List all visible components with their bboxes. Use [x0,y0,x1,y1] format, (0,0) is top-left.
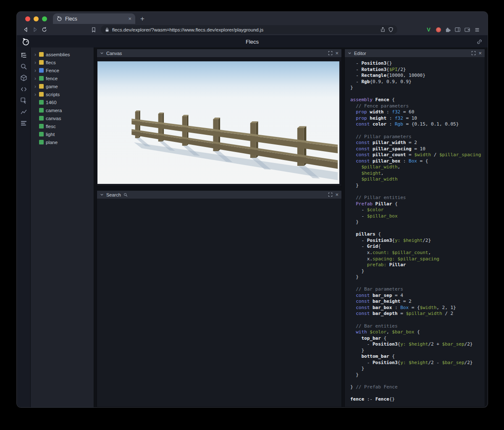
collapse-chevron-icon[interactable] [348,51,352,55]
code-line: $pillar_width [350,176,485,183]
collapse-chevron-icon[interactable] [100,193,104,197]
tree-item[interactable]: ›Fence [31,66,94,74]
extension-red-icon[interactable] [433,25,443,34]
code-line: bottom_bar { [350,354,485,360]
tree-item[interactable]: ›flecs [31,58,94,66]
tree-item[interactable]: ›fence [31,74,94,82]
stats-chart-icon[interactable] [20,108,27,115]
close-panel-icon[interactable]: × [335,192,339,197]
wallet-icon[interactable] [462,25,472,34]
tree-item[interactable]: ›scripts [31,90,94,98]
extension-v-icon[interactable]: V [424,25,433,34]
tree-item[interactable]: canvas [31,114,94,122]
tree-item[interactable]: plane [31,138,94,146]
search-panel-body[interactable] [97,199,341,407]
entity-label: flesc [46,124,56,129]
back-button[interactable] [21,25,30,34]
code-line: Prefab Pillar { [350,201,485,207]
expand-chevron-icon[interactable]: › [34,60,37,65]
menu-icon[interactable] [472,25,482,34]
code-line: $height, [350,170,485,177]
entity-hierarchy-icon[interactable] [20,51,27,59]
shield-icon[interactable] [388,27,394,32]
expand-chevron-icon[interactable]: › [34,84,37,89]
share-icon[interactable] [380,27,386,32]
canvas-panel-header[interactable]: Canvas × [97,49,341,57]
panel-title: Search [106,192,121,197]
reload-button[interactable] [39,25,49,34]
page-title: Flecs [17,39,488,45]
code-line: } [350,219,485,225]
forward-button[interactable] [30,25,39,34]
sidebar-toggle-icon[interactable] [453,25,462,34]
code-line: } // Prefab Fence [350,384,485,391]
tree-item[interactable]: ›game [31,82,94,90]
code-line: $pillar_width, [350,164,485,170]
browser-tab[interactable]: Flecs × [53,13,135,24]
expand-panel-icon[interactable] [471,51,476,55]
permalink-icon[interactable] [476,39,483,45]
tree-item[interactable]: flesc [31,122,94,130]
expand-chevron-icon[interactable]: › [34,76,37,81]
expand-chevron-icon[interactable]: › [34,92,37,97]
search-panel-header[interactable]: Search × [97,191,341,199]
code-line: assembly Fence { [350,97,485,103]
code-line: } [350,268,485,275]
expand-chevron-icon[interactable]: › [34,52,37,57]
script-code-icon[interactable] [20,85,27,93]
tree-item[interactable]: camera [31,106,94,114]
code-line: } [350,274,485,281]
code-line: const pillar_spacing = 10 [350,146,485,152]
app-body: ›assemblies›flecs›Fence›fence›game›scrip… [17,47,488,407]
close-panel-icon[interactable]: × [335,50,339,56]
tree-item[interactable]: ›assemblies [31,50,94,58]
panel-title: Canvas [106,51,122,56]
code-line [350,91,485,97]
extensions-puzzle-icon[interactable] [443,25,453,34]
query-search-icon[interactable] [20,63,27,70]
icon-rail [17,47,31,407]
code-line: - Position3{} [350,60,485,67]
tree-item[interactable]: 1460 [31,98,94,106]
3d-canvas-viewport[interactable] [97,61,339,184]
code-line: - Position3{y: $height/2} [350,238,485,244]
search-panel: Search × [97,190,342,407]
collapse-chevron-icon[interactable] [100,51,104,55]
entity-kind-swatch [39,116,44,121]
close-panel-icon[interactable]: × [478,50,482,56]
entity-label: Fence [46,68,59,73]
tab-title: Flecs [65,16,125,22]
zoom-window-button[interactable] [42,16,47,21]
tab-close-icon[interactable]: × [128,16,131,21]
v-letter: V [427,26,430,33]
entities-cube-icon[interactable] [20,74,27,81]
tables-rows-icon[interactable] [20,119,27,127]
code-line: - Grid{ [350,244,485,250]
code-editor-content[interactable]: - Position3{} - Rotation3{$PI/2} - Recta… [345,57,485,407]
expand-panel-icon[interactable] [328,192,333,197]
editor-panel-header[interactable]: Editor × [345,49,485,57]
entity-label: 1460 [46,100,57,105]
code-line: top_bar { [350,336,485,342]
code-line: prop width : f32 = 60 [350,109,485,115]
code-line: const color : Rgb = {0.15, 0.1, 0.05} [350,121,485,128]
expand-chevron-icon[interactable]: › [34,68,37,73]
entity-kind-swatch [39,68,44,73]
code-line: - Rotation3{$PI/2} [350,67,485,73]
new-tab-button[interactable]: + [140,15,144,22]
code-line: - $color [350,207,485,213]
inspect-cursor-icon[interactable] [20,97,27,104]
bookmark-icon[interactable] [89,25,98,34]
entity-tree: ›assemblies›flecs›Fence›fence›game›scrip… [31,47,94,407]
tree-item[interactable]: light [31,130,94,138]
expand-panel-icon[interactable] [328,51,333,55]
code-line: const bar_sep = 4 [350,293,485,299]
fence-3d-render [97,61,339,184]
code-line: const bar_height = 2 [350,299,485,305]
minimize-window-button[interactable] [34,16,39,21]
entity-kind-swatch [39,84,44,89]
entity-kind-swatch [39,140,44,144]
close-window-button[interactable] [25,16,30,21]
code-line: - Position3{y: $height/2 - $bar_sep/2} [350,360,485,366]
address-bar[interactable]: flecs.dev/explorer/?wasm=https://www.fle… [101,25,397,34]
